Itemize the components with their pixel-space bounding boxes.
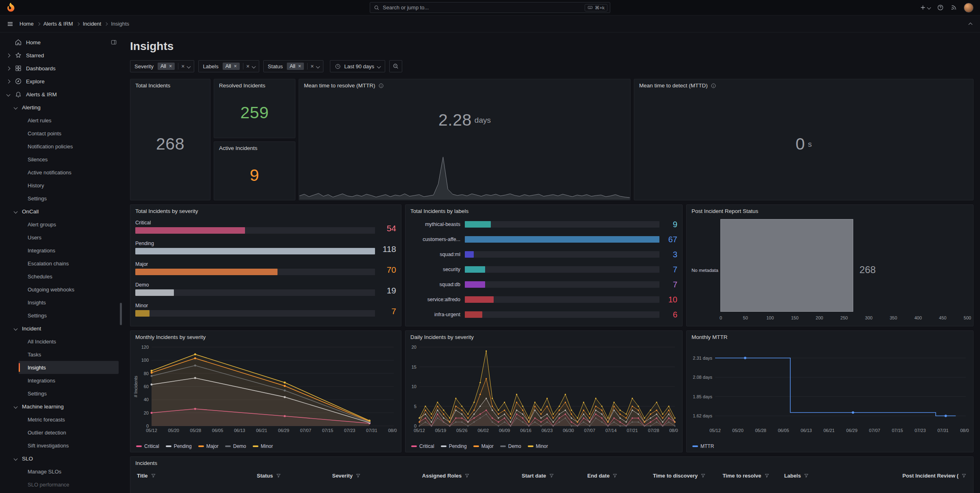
breadcrumb-item-alerts-irm[interactable]: Alerts & IRM	[43, 21, 73, 27]
sidebar-item-dashboards[interactable]: Dashboards	[0, 62, 123, 75]
filter-selected-chip[interactable]: All×	[223, 63, 240, 70]
filter-selected-chip[interactable]: All×	[158, 63, 175, 70]
info-icon[interactable]	[711, 83, 716, 89]
filter-funnel-icon[interactable]	[804, 473, 809, 478]
remove-chip-icon[interactable]: ×	[234, 63, 237, 69]
news-button[interactable]	[950, 4, 957, 11]
legend-item-pending[interactable]: Pending	[441, 443, 467, 449]
sidebar-item-settings[interactable]: Settings	[19, 309, 123, 322]
clear-filter-icon[interactable]: ×	[178, 63, 187, 69]
sidebar-item-manage-slos[interactable]: Manage SLOs	[19, 465, 123, 478]
info-icon[interactable]	[378, 83, 384, 89]
sidebar-item-schedules[interactable]: Schedules	[19, 270, 123, 283]
sidebar-item-oncall[interactable]: OnCall	[0, 205, 123, 218]
legend-item-minor[interactable]: Minor	[528, 443, 548, 449]
sidebar-item-sift-investigations[interactable]: Sift investigations	[19, 439, 123, 452]
legend-item-critical[interactable]: Critical	[136, 443, 159, 449]
legend-item-pending[interactable]: Pending	[166, 443, 192, 449]
panel-title[interactable]: Mean time to resolve (MTTR)	[304, 83, 625, 89]
remove-chip-icon[interactable]: ×	[169, 63, 172, 69]
sidebar-item-outlier-detection[interactable]: Outlier detection	[19, 426, 123, 439]
sidebar-item-slo[interactable]: SLO	[0, 452, 123, 465]
filter-funnel-icon[interactable]	[151, 473, 156, 478]
sidebar-item-insights[interactable]: Insights	[19, 361, 119, 374]
chevron-down-icon[interactable]	[316, 64, 320, 68]
legend-item-demo[interactable]: Demo	[225, 443, 246, 449]
sidebar-item-starred[interactable]: Starred	[0, 49, 123, 62]
table-column-status[interactable]: Status	[257, 473, 332, 479]
filter-funnel-icon[interactable]	[549, 473, 554, 478]
user-avatar[interactable]	[964, 3, 973, 13]
panel-title[interactable]: Total Incidents	[135, 83, 205, 89]
sidebar-item-notification-policies[interactable]: Notification policies	[19, 140, 123, 153]
sidebar-item-alerts-irm[interactable]: Alerts & IRM	[0, 88, 123, 101]
sidebar-item-alert-groups[interactable]: Alert groups	[19, 218, 123, 231]
remove-chip-icon[interactable]: ×	[298, 63, 301, 69]
grafana-logo[interactable]	[7, 3, 16, 12]
filter-funnel-icon[interactable]	[464, 473, 470, 478]
sidebar-item-silences[interactable]: Silences	[19, 153, 123, 166]
sidebar-item-integrations[interactable]: Integrations	[19, 374, 123, 387]
legend-item-critical[interactable]: Critical	[411, 443, 434, 449]
sidebar-item-all-incidents[interactable]: All Incidents	[19, 335, 123, 348]
sidebar-scrollbar[interactable]	[120, 303, 122, 325]
sidebar-item-contact-points[interactable]: Contact points	[19, 127, 123, 140]
filter-funnel-icon[interactable]	[700, 473, 706, 478]
sidebar-item-settings[interactable]: Settings	[19, 192, 123, 205]
panel-title[interactable]: Total Incidents by labels	[410, 208, 677, 214]
chevron-down-icon[interactable]	[252, 64, 256, 68]
sidebar-item-metric-forecasts[interactable]: Metric forecasts	[19, 413, 123, 426]
table-column-post-incident-review[interactable]: Post Incident Review (	[902, 473, 967, 479]
legend-item-mttr[interactable]: MTTR	[692, 443, 714, 449]
dock-sidebar-icon[interactable]	[111, 39, 117, 46]
table-column-time-to-discovery[interactable]: Time to discovery	[653, 473, 722, 479]
sidebar-item-home[interactable]: Home	[0, 36, 123, 49]
panel-title[interactable]: Active Incidents	[219, 145, 290, 151]
table-column-severity[interactable]: Severity	[332, 473, 422, 479]
table-column-start-date[interactable]: Start date	[522, 473, 587, 479]
table-column-end-date[interactable]: End date	[587, 473, 653, 479]
legend-item-minor[interactable]: Minor	[253, 443, 273, 449]
panel-title[interactable]: Total Incidents by severity	[135, 208, 396, 214]
filter-severity[interactable]: SeverityAll××	[130, 60, 194, 72]
zoom-out-button[interactable]	[389, 60, 402, 72]
legend-item-major[interactable]: Major	[473, 443, 494, 449]
sidebar-item-settings[interactable]: Settings	[19, 387, 123, 400]
sidebar-item-tasks[interactable]: Tasks	[19, 348, 123, 361]
panel-title[interactable]: Mean time to detect (MTTD)	[639, 83, 968, 89]
help-button[interactable]	[937, 4, 944, 11]
sidebar-item-machine-learning[interactable]: Machine learning	[0, 400, 123, 413]
filter-funnel-icon[interactable]	[276, 473, 281, 478]
filter-funnel-icon[interactable]	[356, 473, 361, 478]
sidebar-item-history[interactable]: History	[19, 179, 123, 192]
legend-item-demo[interactable]: Demo	[500, 443, 521, 449]
filter-funnel-icon[interactable]	[612, 473, 618, 478]
clear-filter-icon[interactable]: ×	[243, 63, 252, 69]
breadcrumb-item-incident[interactable]: Incident	[83, 21, 102, 27]
sidebar-item-slo-performance[interactable]: SLO performance	[19, 478, 123, 491]
sidebar-item-users[interactable]: Users	[19, 231, 123, 244]
menu-toggle-button[interactable]	[7, 20, 14, 28]
search-bar[interactable]: Search or jump to... ⌘+k	[370, 2, 610, 13]
sidebar-item-integrations[interactable]: Integrations	[19, 244, 123, 257]
sidebar-item-alerting[interactable]: Alerting	[0, 101, 123, 114]
panel-title[interactable]: Monthly MTTR	[692, 334, 968, 340]
panel-title[interactable]: Incidents	[135, 460, 968, 466]
chevron-down-icon[interactable]	[187, 64, 191, 68]
filter-funnel-icon[interactable]	[961, 473, 967, 478]
table-column-title[interactable]: Title	[137, 473, 257, 479]
filter-funnel-icon[interactable]	[764, 473, 770, 478]
panel-title[interactable]: Resolved Incidents	[219, 83, 290, 89]
time-range-picker[interactable]: Last 90 days	[330, 60, 385, 72]
sidebar-item-active-notifications[interactable]: Active notifications	[19, 166, 123, 179]
sidebar-item-escalation-chains[interactable]: Escalation chains	[19, 257, 123, 270]
new-menu-button[interactable]	[919, 4, 930, 11]
sidebar-item-outgoing-webhooks[interactable]: Outgoing webhooks	[19, 283, 123, 296]
breadcrumb-item-home[interactable]: Home	[20, 21, 34, 27]
breadcrumb-item-insights[interactable]: Insights	[111, 21, 129, 27]
sidebar-item-insights[interactable]: Insights	[19, 296, 123, 309]
sidebar-item-incident[interactable]: Incident	[0, 322, 123, 335]
clear-filter-icon[interactable]: ×	[308, 63, 317, 69]
filter-selected-chip[interactable]: All×	[287, 63, 304, 70]
filter-status[interactable]: StatusAll××	[263, 60, 323, 72]
